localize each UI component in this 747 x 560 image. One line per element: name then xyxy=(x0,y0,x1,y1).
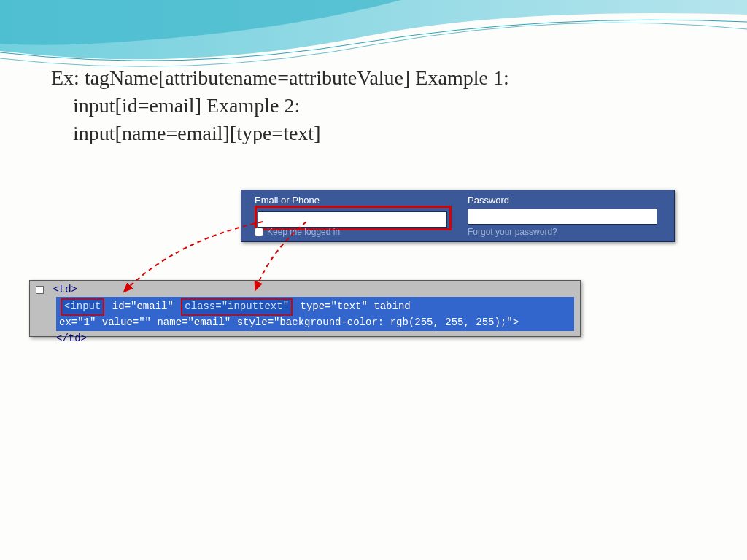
text-line-3: input[name=email][type=text] xyxy=(51,120,509,147)
keep-logged-label: Keep me logged in xyxy=(267,227,340,237)
code-seg-rest2: ex="1" value="" name="email" style="back… xyxy=(59,316,519,328)
facebook-login-bar: Email or Phone Password Keep me logged i… xyxy=(241,190,675,242)
text-line-1: Ex: tagName[attributename=attributeValue… xyxy=(51,64,509,92)
forgot-password-link[interactable]: Forgot your password? xyxy=(468,227,557,237)
highlight-input-tag: <input xyxy=(61,298,104,316)
email-label: Email or Phone xyxy=(255,195,452,206)
code-seg-id: id="email" xyxy=(106,300,179,312)
td-close-tag: </td> xyxy=(56,332,574,344)
highlight-class-attr: class="inputtext" xyxy=(181,298,293,316)
code-seg-rest1: type="text" tabind xyxy=(294,300,411,312)
input-tag-source: <input id="email" class="inputtext" type… xyxy=(56,297,574,331)
email-input[interactable] xyxy=(258,211,447,228)
body-text: Ex: tagName[attributename=attributeValue… xyxy=(51,64,509,147)
password-input[interactable] xyxy=(468,209,657,225)
password-label: Password xyxy=(468,195,661,206)
collapse-icon[interactable]: − xyxy=(36,286,44,294)
text-line-2: input[id=email] Example 2: xyxy=(51,92,509,120)
illustration: Email or Phone Password Keep me logged i… xyxy=(29,190,584,343)
html-source-panel: − <td> <input id="email" class="inputtex… xyxy=(29,280,581,337)
td-open-tag: <td> xyxy=(53,284,77,295)
keep-logged-checkbox[interactable] xyxy=(255,228,263,236)
